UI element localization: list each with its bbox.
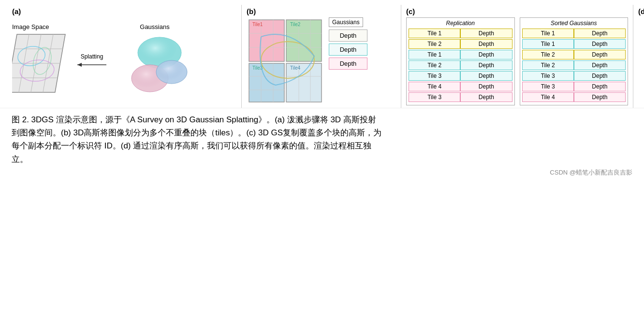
rep-row-2: Tile 1 Depth [409,50,512,59]
tile1-diagram: Tile1 C1 C2 C3 C4 [638,17,644,80]
rep-depth-1: Depth [460,39,512,49]
sort-tile-4: Tile 3 [522,71,574,81]
sort-row-1: Tile 1 Depth [522,39,626,49]
caption-text: 图 2. 3DGS 渲染示意图，源于《A Survey on 3D Gaussi… [12,113,632,166]
rep-tile-2: Tile 1 [409,50,460,59]
sort-row-4: Tile 3 Depth [522,71,626,81]
rep-tile-6: Tile 3 [409,92,460,102]
sort-row-3: Tile 2 Depth [522,60,626,70]
sort-depth-5: Depth [574,82,626,91]
sort-tile-3: Tile 2 [522,60,574,70]
sorted-box: Sorted Gaussians Tile 1 Depth Tile 1 Dep… [520,17,629,105]
panel-c-content: Replication Tile 1 Depth Tile 2 Depth Ti… [406,17,628,105]
rep-tile-3: Tile 2 [409,60,460,70]
rep-tile-0: Tile 1 [409,29,460,38]
watermark: 知乎 @蛆 推志 [638,87,644,97]
svg-text:Tile1: Tile1 [252,22,263,27]
replication-header: Replication [409,20,512,27]
panel-a-label: (a) [12,7,239,15]
sort-tile-0: Tile 1 [522,29,574,38]
rep-tile-5: Tile 4 [409,82,460,91]
sort-tile-6: Tile 4 [522,92,574,102]
rep-row-4: Tile 3 Depth [409,71,512,81]
sort-depth-6: Depth [574,92,626,102]
panel-c-label: (c) [406,7,628,15]
rep-depth-4: Depth [460,71,512,81]
rep-row-6: Tile 3 Depth [409,92,512,102]
rep-tile-1: Tile 2 [409,39,460,49]
sort-row-5: Tile 3 Depth [522,82,626,91]
gaussians-svg-a [114,32,196,100]
tile-grid-svg-b: Tile1 Tile2 Tile3 Tile4 [247,17,324,104]
arrow-line: Splatting [81,53,103,60]
panel-d: (d) Tile1 [633,5,644,108]
main-container: (a) Image Space [0,0,644,183]
tile1-circles-svg [638,17,644,80]
sort-tile-5: Tile 3 [522,82,574,91]
gaussians-label-a: Gaussians [140,23,169,30]
rep-depth-0: Depth [460,29,512,38]
splatting-arrow: Splatting [75,53,109,70]
sort-row-2: Tile 2 Depth [522,50,626,59]
rep-depth-6: Depth [460,92,512,102]
svg-text:Tile4: Tile4 [290,65,301,71]
caption-box: 图 2. 3DGS 渲染示意图，源于《A Survey on 3D Gaussi… [0,108,644,183]
panel-a: (a) Image Space [10,5,242,108]
gaussians-small-box: Gaussians Depth Depth Depth [329,17,367,72]
depth-box-1: Depth [329,29,367,42]
image-space-label: Image Space [12,23,49,30]
panel-a-content: Image Space [12,17,239,105]
sort-depth-4: Depth [574,71,626,81]
sort-tile-1: Tile 1 [522,39,574,49]
panel-b: (b) [242,5,401,108]
sort-depth-2: Depth [574,50,626,59]
diagrams-row: (a) Image Space [0,0,644,108]
panel-d-top: Tile1 C1 C2 C3 C4 Parallel Computation [638,17,644,80]
sort-depth-0: Depth [574,29,626,38]
gaussians-small-label: Gaussians [329,17,363,27]
arrow-svg [75,60,109,70]
svg-text:Tile2: Tile2 [290,22,301,27]
replication-box: Replication Tile 1 Depth Tile 2 Depth Ti… [406,17,515,105]
panel-b-content: Tile1 Tile2 Tile3 Tile4 Gaussians Depth … [247,17,396,105]
caption-footer: CSDN @蜡笔小新配吉良吉影 [12,168,632,178]
splatting-label: Splatting [81,53,103,60]
rep-row-1: Tile 2 Depth [409,39,512,49]
sorted-header: Sorted Gaussians [522,20,626,27]
panel-b-label: (b) [247,7,396,15]
image-space-box: Image Space [12,23,70,100]
panel-c: (c) Replication Tile 1 Depth Tile 2 Dept… [401,5,633,108]
rep-depth-3: Depth [460,60,512,70]
rep-tile-4: Tile 3 [409,71,460,81]
rep-row-3: Tile 2 Depth [409,60,512,70]
rep-row-0: Tile 1 Depth [409,29,512,38]
grid-svg [12,32,70,100]
sort-row-0: Tile 1 Depth [522,29,626,38]
depth-box-2: Depth [329,44,367,56]
rep-row-5: Tile 4 Depth [409,82,512,91]
depth-box-3: Depth [329,58,367,70]
sort-row-6: Tile 4 Depth [522,92,626,102]
csdn-label: CSDN @蜡笔小新配吉良吉影 [550,168,632,178]
sort-tile-2: Tile 2 [522,50,574,59]
sort-depth-1: Depth [574,39,626,49]
sort-depth-3: Depth [574,60,626,70]
svg-marker-11 [77,63,82,67]
svg-point-17 [156,60,187,84]
panel-d-label: (d) [638,7,644,15]
rep-depth-5: Depth [460,82,512,91]
rep-depth-2: Depth [460,50,512,59]
gaussians-group-a: Gaussians [114,23,196,100]
